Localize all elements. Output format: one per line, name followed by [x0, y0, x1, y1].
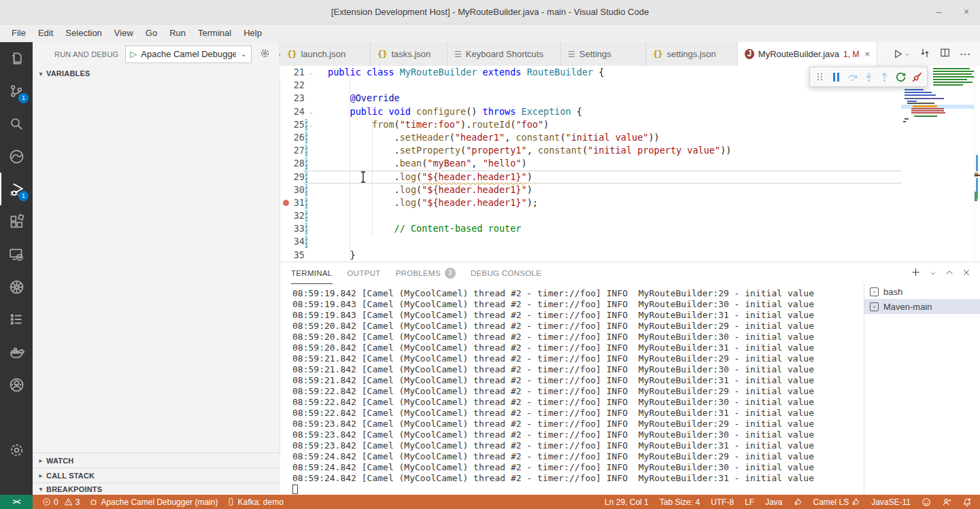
account-status-icon[interactable] [942, 497, 951, 507]
code-line-30[interactable]: 30 .log("${header.header1}") [280, 183, 980, 196]
breakpoint-gutter[interactable] [280, 209, 291, 222]
tab-output[interactable]: OUTPUT [348, 263, 381, 283]
fold-chevron-icon[interactable] [307, 249, 314, 262]
code-line-27[interactable]: 27 .setProperty("property1", constant("i… [280, 144, 980, 157]
breakpoint-gutter[interactable] [280, 144, 291, 157]
menu-terminal[interactable]: Terminal [192, 24, 237, 42]
code-text[interactable] [314, 235, 328, 248]
tab-keyboard-shortcuts[interactable]: ☰ Keyboard Shortcuts [447, 42, 561, 66]
minimap[interactable] [901, 66, 974, 262]
breakpoint-gutter[interactable] [280, 235, 291, 248]
code-line-33[interactable]: 33 // Content-based router [280, 222, 980, 235]
debugger-status[interactable]: Apache Camel Debugger (main) [89, 497, 218, 507]
feedback-smiley-icon[interactable] [922, 497, 931, 507]
code-line-34[interactable]: 34 [280, 235, 980, 248]
breakpoint-gutter[interactable] [280, 92, 291, 105]
new-terminal-icon[interactable] [911, 267, 921, 280]
docker-icon[interactable] [0, 336, 33, 368]
code-text[interactable]: .bean("myBean", "hello") [314, 157, 527, 170]
breakpoint-gutter[interactable] [280, 171, 291, 183]
tab-myroutebuilder-java[interactable]: J MyRouteBuilder.java 1, M × [738, 42, 877, 66]
breakpoint-dot[interactable] [283, 200, 289, 206]
code-editor[interactable]: 21⌄public class MyRouteBuilder extends R… [280, 66, 980, 262]
tab-terminal[interactable]: TERMINAL [291, 263, 333, 284]
tab-debug-console[interactable]: DEBUG CONSOLE [471, 263, 541, 283]
terminal-item-maven-main[interactable]: > Maven-main [864, 299, 980, 314]
encoding-status[interactable]: UTF-8 [711, 497, 734, 507]
breakpoint-gutter[interactable] [280, 66, 291, 79]
code-line-24[interactable]: 24⌄ public void configure() throws Excep… [280, 105, 980, 118]
close-panel-icon[interactable] [962, 267, 970, 279]
kafka-status[interactable]: Kafka: demo [227, 497, 283, 507]
extensions-icon[interactable] [0, 205, 33, 238]
code-line-35[interactable]: 35 } [280, 249, 980, 262]
step-out-button[interactable] [878, 69, 892, 85]
breakpoint-gutter[interactable] [280, 118, 291, 131]
close-tab-icon[interactable]: × [864, 49, 870, 59]
split-editor-icon[interactable] [940, 48, 950, 60]
terminal-output[interactable]: 08:59:19.842 [Camel (MyCoolCamel) thread… [292, 288, 858, 484]
watch-section-header[interactable]: ▸ WATCH [33, 453, 280, 468]
line-col-status[interactable]: Ln 29, Col 1 [605, 497, 649, 507]
fold-chevron-icon[interactable] [307, 209, 314, 222]
code-text[interactable] [314, 79, 328, 92]
fold-chevron-icon[interactable] [307, 144, 314, 157]
breakpoint-gutter[interactable] [280, 105, 291, 118]
code-text[interactable]: .setProperty("property1", constant("init… [314, 144, 731, 157]
tab-tasks-json[interactable]: {} tasks.json [371, 42, 447, 66]
fold-chevron-icon[interactable] [307, 157, 314, 170]
close-window-button[interactable]: × [953, 0, 980, 24]
breakpoints-section-header[interactable]: ▾ BREAKPOINTS [33, 482, 280, 495]
code-line-29[interactable]: 29 .log("${header.header1}") [280, 171, 980, 183]
code-text[interactable]: .log("${header.header1}") [314, 171, 533, 183]
code-text[interactable]: public class MyRouteBuilder extends Rout… [314, 66, 604, 79]
menu-edit[interactable]: Edit [32, 24, 59, 42]
code-line-28[interactable]: 28 .bean("myBean", "hello") [280, 157, 980, 170]
code-text[interactable] [314, 209, 328, 222]
terminal-item-bash[interactable]: > bash [864, 284, 980, 299]
debug-gear-icon[interactable] [260, 48, 270, 60]
fold-chevron-icon[interactable] [307, 171, 314, 183]
code-text[interactable]: // Content-based router [314, 222, 521, 235]
maximize-panel-icon[interactable] [945, 267, 953, 279]
fold-chevron-icon[interactable] [307, 92, 314, 105]
step-into-button[interactable] [862, 69, 875, 85]
menu-selection[interactable]: Selection [59, 24, 107, 42]
fold-chevron-icon[interactable]: ⌄ [307, 118, 314, 131]
remote-explorer-icon[interactable] [0, 238, 33, 270]
bell-dot-icon[interactable] [962, 497, 972, 507]
breakpoint-gutter[interactable] [280, 222, 291, 235]
disconnect-button[interactable] [910, 69, 924, 85]
kubernetes-icon[interactable] [0, 270, 33, 303]
fold-chevron-icon[interactable] [307, 183, 314, 196]
restart-button[interactable] [894, 69, 908, 85]
menu-view[interactable]: View [108, 24, 139, 42]
search-icon[interactable] [0, 107, 33, 140]
explorer-icon[interactable] [0, 42, 33, 75]
fold-chevron-icon[interactable]: ⌄ [307, 66, 314, 79]
variables-section-header[interactable]: ▾ VARIABLES [33, 66, 280, 81]
tab-launch-json[interactable]: {} launch.json [280, 42, 371, 66]
camel-ls-status[interactable]: Camel LS [813, 497, 861, 507]
problems-status[interactable]: 0 3 [42, 497, 80, 507]
fold-chevron-icon[interactable] [307, 222, 314, 235]
minimize-button[interactable]: – [926, 0, 953, 24]
tab-settings[interactable]: ☰ Settings [561, 42, 646, 66]
code-text[interactable]: .setHeader("header1", constant("initial … [314, 131, 660, 144]
language-status[interactable]: Java [765, 497, 782, 507]
fold-chevron-icon[interactable] [307, 131, 314, 144]
menu-go[interactable]: Go [139, 24, 163, 42]
code-text[interactable]: @Override [314, 92, 400, 105]
fold-chevron-icon[interactable] [307, 235, 314, 248]
fold-chevron-icon[interactable]: ⌄ [307, 105, 314, 118]
code-line-26[interactable]: 26 .setHeader("header1", constant("initi… [280, 131, 980, 144]
code-text[interactable]: public void configure() throws Exception… [314, 105, 582, 118]
breakpoint-gutter[interactable] [280, 157, 291, 170]
tab-settings-json[interactable]: {} settings.json [646, 42, 738, 66]
code-text[interactable]: .log("${header.header1}"); [314, 196, 538, 209]
launch-config-dropdown[interactable]: ▷ Apache Camel Debugge ⌄ [125, 46, 252, 63]
eol-status[interactable]: LF [745, 497, 754, 507]
breakpoint-gutter[interactable] [280, 183, 291, 196]
overview-ruler[interactable] [974, 66, 980, 262]
code-line-32[interactable]: 32 [280, 209, 980, 222]
